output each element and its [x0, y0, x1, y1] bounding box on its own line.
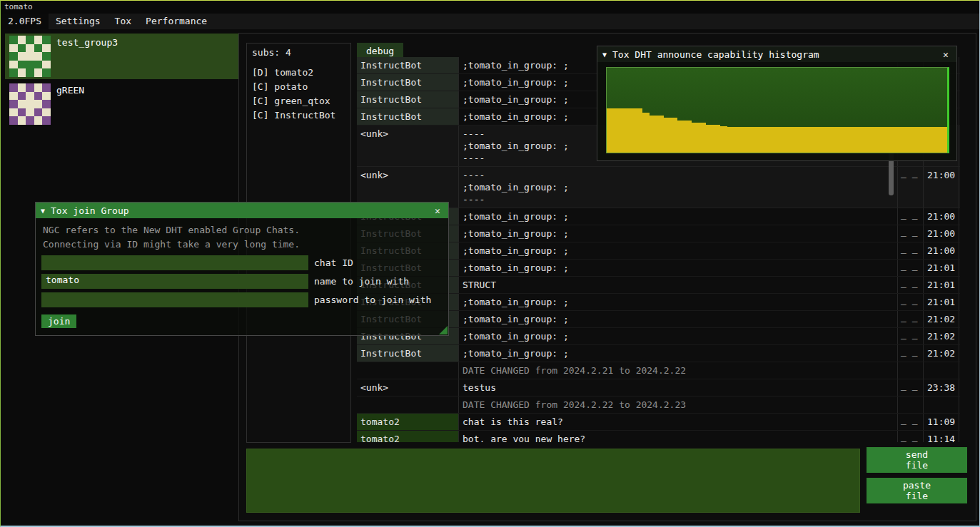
timestamp-cell: [923, 396, 959, 413]
message-cell: ;tomato_in_group: ;: [458, 345, 897, 362]
message-input[interactable]: [246, 449, 860, 513]
histogram-bar: [841, 127, 848, 153]
message-row[interactable]: tomato2chat is this real?_ _11:09: [357, 414, 960, 431]
menu-performance[interactable]: Performance: [138, 14, 214, 29]
join-info-line-2: Connecting via ID might take a very long…: [43, 237, 441, 252]
menu-settings[interactable]: Settings: [49, 14, 108, 29]
fps-counter: 2.0FPS: [1, 14, 49, 29]
sender-cell: InstructBot: [357, 345, 458, 362]
sender-cell: InstructBot: [357, 74, 458, 91]
join-password-label: password to join with: [314, 295, 431, 305]
status-flags-cell: _ _: [897, 294, 923, 310]
collapse-arrow-icon[interactable]: ▼: [602, 51, 607, 58]
join-window-titlebar[interactable]: ▼ Tox join Group ✕: [36, 203, 448, 218]
histogram-window-titlebar[interactable]: ▼ Tox DHT announce capability histogram …: [597, 46, 956, 62]
status-flags-cell: _ _: [897, 328, 923, 344]
histogram-bar: [819, 127, 827, 153]
group-name: test_group3: [56, 35, 118, 48]
histogram-bar: [706, 125, 713, 153]
histogram-bar: [884, 127, 891, 153]
timestamp-cell: 21:02: [923, 328, 959, 344]
date-changed-row[interactable]: DATE CHANGED from 2024.2.22 to 2024.2.23: [357, 396, 960, 414]
paste-file-button[interactable]: paste file: [867, 478, 967, 503]
message-cell: ;tomato_in_group: ;: [458, 311, 897, 327]
group-name: gREEN: [56, 83, 84, 96]
sender-cell: InstructBot: [357, 57, 458, 73]
close-icon[interactable]: ✕: [940, 49, 951, 60]
join-field-row: password to join with: [41, 292, 443, 307]
collapse-arrow-icon[interactable]: ▼: [41, 207, 45, 215]
histogram-bar: [763, 127, 770, 153]
histogram-bar: [607, 108, 614, 153]
message-row[interactable]: InstructBot;tomato_in_group: ;_ _21:02: [357, 345, 960, 362]
histogram-bar: [657, 116, 664, 153]
sub-list-item[interactable]: [C] green_qtox: [252, 94, 345, 108]
sender-cell: tomato2: [357, 414, 458, 430]
histogram-bar: [727, 127, 734, 153]
join-info-line-1: NGC refers to the New DHT enabled Group …: [43, 223, 441, 237]
status-flags-cell: _ _: [897, 167, 923, 208]
timestamp-cell: 21:00: [923, 208, 959, 225]
histogram-bar: [777, 127, 784, 153]
sub-list-item[interactable]: [C] InstructBot: [252, 108, 345, 123]
histogram-bar: [713, 125, 720, 153]
message-cell: bot, are you new here?: [458, 431, 897, 442]
histogram-bar: [628, 108, 635, 153]
send-file-button[interactable]: send file: [867, 447, 967, 473]
histogram-bar: [869, 127, 877, 153]
group-avatar: [9, 36, 51, 77]
histogram-bar: [798, 127, 805, 153]
status-flags-cell: _ _: [897, 414, 923, 430]
message-cell: ;tomato_in_group: ;: [458, 260, 897, 276]
sub-list-item[interactable]: [D] tomato2: [252, 66, 345, 80]
join-info-text: NGC refers to the New DHT enabled Group …: [43, 223, 441, 252]
status-flags-cell: _ _: [897, 260, 923, 276]
histogram-bar: [614, 108, 621, 153]
histogram-bar: [855, 127, 862, 153]
message-row[interactable]: <unk>testus_ _23:38: [357, 379, 960, 396]
sender-cell: InstructBot: [357, 108, 458, 125]
join-button[interactable]: join: [41, 314, 76, 328]
timestamp-cell: 21:02: [923, 311, 959, 327]
timestamp-cell: 21:01: [923, 294, 959, 310]
timestamp-cell: 21:00: [923, 242, 959, 259]
join-window-title: Tox join Group: [51, 205, 432, 216]
message-row[interactable]: tomato2bot, are you new here?_ _11:14: [357, 431, 960, 442]
status-flags-cell: _ _: [897, 225, 923, 242]
histogram-bar: [749, 127, 756, 153]
histogram-bar: [734, 127, 742, 153]
titlebar[interactable]: tomato: [1, 1, 979, 14]
histogram-bar: [940, 127, 947, 153]
histogram-plot: [606, 67, 949, 153]
histogram-bar: [926, 127, 933, 153]
histogram-bar: [670, 118, 677, 153]
histogram-bar: [791, 127, 798, 153]
sub-list-item[interactable]: [C] potato: [252, 80, 345, 94]
histogram-bar: [664, 118, 671, 153]
date-changed-row[interactable]: DATE CHANGED from 2024.2.21 to 2024.2.22: [357, 362, 960, 379]
histogram-bar: [692, 123, 699, 153]
timestamp-cell: 21:00: [923, 225, 959, 242]
group-item-test_group3[interactable]: test_group3: [5, 34, 241, 79]
app-window: tomato 2.0FPSSettingsToxPerformance test…: [0, 0, 980, 527]
resize-grip[interactable]: [439, 326, 448, 334]
sender-cell: [357, 396, 458, 413]
group-item-gREEN[interactable]: gREEN: [5, 81, 241, 127]
join-group-window: ▼ Tox join Group ✕ NGC refers to the New…: [35, 202, 449, 336]
timestamp-cell: 21:01: [923, 260, 959, 276]
close-icon[interactable]: ✕: [432, 205, 443, 216]
timestamp-cell: [923, 362, 959, 379]
status-flags-cell: [897, 362, 923, 379]
menu-tox[interactable]: Tox: [108, 14, 138, 29]
status-flags-cell: _ _: [897, 242, 923, 259]
message-cell: STRUCT: [458, 277, 897, 293]
chat-id-input[interactable]: [41, 255, 308, 270]
histogram-bar: [897, 127, 904, 153]
histogram-bar: [911, 127, 919, 153]
sender-cell: <unk>: [357, 126, 458, 166]
join-name-input[interactable]: tomato: [41, 274, 308, 289]
message-cell: ---- ;tomato_in_group: ; ----: [458, 167, 897, 208]
dht-histogram-window: ▼ Tox DHT announce capability histogram …: [597, 46, 957, 161]
join-password-input[interactable]: [41, 292, 308, 307]
timestamp-cell: 23:38: [923, 379, 959, 396]
